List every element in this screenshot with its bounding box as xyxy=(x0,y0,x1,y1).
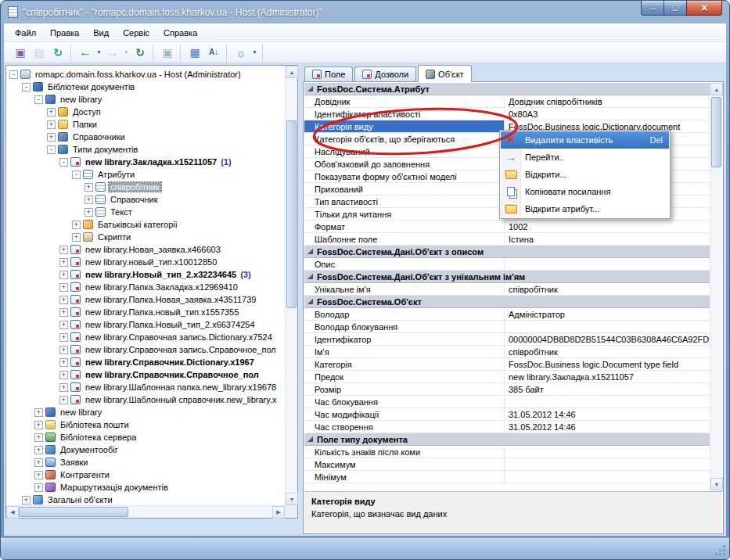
tree-expander[interactable] xyxy=(34,483,43,492)
context-menu-item[interactable]: Відкрити атрибут... xyxy=(501,200,669,217)
tab[interactable]: Об'єкт xyxy=(418,65,472,82)
menu-item[interactable]: Файл xyxy=(8,25,43,41)
property-row[interactable]: Час модифікації 31.05.2012 14:46 xyxy=(304,408,710,421)
tree-expander[interactable] xyxy=(59,258,68,267)
settings-caret-icon[interactable]: ▾ xyxy=(250,44,259,61)
tree-expander[interactable] xyxy=(72,233,81,242)
menu-item[interactable]: Вид xyxy=(86,25,116,41)
tree-item[interactable]: Папки xyxy=(7,118,284,131)
tree-horizontal-scrollbar[interactable]: ◀ ▶ xyxy=(6,505,285,518)
grid-scrollbar-thumb[interactable] xyxy=(711,97,721,167)
forward-icon[interactable]: → xyxy=(103,44,122,61)
tree-item[interactable]: new library.Справочная запись.Справочное… xyxy=(7,343,284,356)
tree-expander[interactable] xyxy=(59,246,68,254)
property-row[interactable]: Ідентифікатор 00000004DB8D8D2B51544C03B6… xyxy=(304,333,710,346)
tree-item[interactable]: Справочник xyxy=(7,193,284,206)
scroll-down-icon[interactable]: ▼ xyxy=(710,478,723,490)
tree-expander[interactable] xyxy=(59,371,68,379)
tree-expander[interactable] xyxy=(85,208,93,217)
close-button[interactable]: × xyxy=(686,1,722,16)
tree-expander[interactable] xyxy=(59,283,68,292)
tree-expander[interactable] xyxy=(34,408,43,417)
tree-expander[interactable] xyxy=(47,133,56,142)
tree-item[interactable]: new library.Шаблонный справочник.new_lib… xyxy=(7,393,284,406)
tree-item[interactable]: new library.Закладка.x15211057 (1) xyxy=(7,156,284,168)
context-menu-item[interactable]: Копіювати посилання xyxy=(501,183,669,200)
property-row[interactable]: Категорія FossDoc.Business logic.Documen… xyxy=(304,358,710,371)
tree-expander[interactable] xyxy=(9,70,18,79)
tree-item[interactable]: Бібліотека сервера xyxy=(7,431,284,443)
tree-expander[interactable] xyxy=(22,496,31,504)
property-row[interactable]: Ідентифікатор властивості 0x80A3 xyxy=(304,108,710,120)
property-row[interactable]: Унікальне ім'я співробітник xyxy=(304,283,710,296)
context-menu-item[interactable]: Видалити властивість Del xyxy=(501,131,669,149)
tree-item[interactable]: romapc.domain.foss.kharkov.ua - Host (Ad… xyxy=(7,68,284,81)
tree-expander[interactable] xyxy=(59,158,68,167)
tree-expander[interactable] xyxy=(47,120,56,129)
scroll-left-icon[interactable]: ◀ xyxy=(6,506,19,519)
tree-hscrollbar-thumb[interactable] xyxy=(19,507,128,517)
property-row[interactable]: Довідник Довідник співробітників xyxy=(304,95,710,108)
tree-item[interactable]: Типи документів xyxy=(7,143,284,156)
tree-expander[interactable] xyxy=(34,433,43,442)
tree-item[interactable]: Доступ xyxy=(7,106,284,118)
tree-expander[interactable] xyxy=(59,333,68,342)
property-row[interactable]: Формат 1002 xyxy=(304,221,710,233)
tree-vertical-scrollbar[interactable]: ▲ ▼ xyxy=(285,66,297,505)
tree-item[interactable]: Бібліотека пошти xyxy=(7,418,284,431)
tree-expander[interactable] xyxy=(34,446,43,454)
menu-item[interactable]: Сервіс xyxy=(116,25,156,41)
property-row[interactable]: Розмір 385 байт xyxy=(304,383,710,396)
tree-expander[interactable] xyxy=(47,108,56,117)
tree-expander[interactable] xyxy=(47,145,56,154)
tree-item[interactable]: Заявки xyxy=(7,456,284,468)
tree-expander[interactable] xyxy=(59,396,68,404)
property-row[interactable]: Максимум xyxy=(304,458,710,471)
sync-icon[interactable]: ↻ xyxy=(49,44,67,61)
titlebar[interactable]: "співробітник" - "romapc.domain.foss.kha… xyxy=(1,1,729,23)
console-window-icon[interactable]: ▣ xyxy=(11,44,30,61)
tree-item[interactable]: Справочники xyxy=(7,131,284,143)
tree-expander[interactable] xyxy=(34,458,43,467)
resize-grip[interactable] xyxy=(716,546,726,556)
property-section-header[interactable]: Поле типу документа xyxy=(304,433,710,446)
sort-az-icon[interactable]: A↓ xyxy=(204,44,223,61)
tree-expander[interactable] xyxy=(22,83,31,92)
maximize-button[interactable]: □ xyxy=(664,1,686,16)
context-menu-item[interactable]: Перейти.. xyxy=(501,149,669,166)
refresh-icon[interactable]: ↻ xyxy=(131,44,149,61)
tree-item[interactable]: new library.Новая_заявка.x466603 xyxy=(7,243,284,256)
tree-item[interactable]: new library xyxy=(7,93,284,106)
tree-item[interactable]: Скрипти xyxy=(7,231,284,243)
minimize-button[interactable]: – xyxy=(641,1,664,16)
tree-item[interactable]: new library.Папка.новый_тип.x1557355 xyxy=(7,306,284,318)
property-row[interactable]: Володар Адміністратор xyxy=(304,308,710,321)
tree-expander[interactable] xyxy=(72,221,81,229)
scroll-down-icon[interactable]: ▼ xyxy=(286,493,298,505)
tree-item[interactable]: new library.Папка.Закладка.x12969410 xyxy=(7,281,284,293)
tab[interactable]: Дозволи xyxy=(354,66,416,81)
tree-expander[interactable] xyxy=(59,271,68,279)
tree-item[interactable]: new library xyxy=(7,406,284,418)
tree-expander[interactable] xyxy=(59,321,68,329)
forward-caret-icon[interactable]: ▾ xyxy=(122,44,131,61)
tree-expander[interactable] xyxy=(59,296,68,304)
tree-expander[interactable] xyxy=(85,183,93,192)
tree-expander[interactable] xyxy=(72,171,81,179)
tree-item[interactable]: Загальні об'єкти xyxy=(7,494,284,504)
property-row[interactable]: Володар блокування xyxy=(304,321,710,333)
tab[interactable]: Поле xyxy=(304,66,353,81)
property-section-header[interactable]: FossDoc.Система.Дані.Об'єкт з унікальним… xyxy=(304,271,710,283)
property-section-header[interactable]: FossDoc.Система.Атрибут xyxy=(304,83,710,95)
copy-icon[interactable]: ▤ xyxy=(30,44,49,61)
tree-expander[interactable] xyxy=(59,308,68,317)
property-section-header[interactable]: FossDoc.Система.Дані.Об'єкт з описом xyxy=(304,246,710,258)
scroll-up-icon[interactable]: ▲ xyxy=(710,83,723,95)
property-row[interactable]: Час блокування xyxy=(304,396,710,408)
property-row[interactable]: Кількість знаків після коми xyxy=(304,446,710,458)
tree-scrollbar-thumb[interactable] xyxy=(286,120,297,308)
property-row[interactable]: Ім'я співробітник xyxy=(304,346,710,358)
tree-item[interactable]: Батьківські категорії xyxy=(7,218,284,231)
property-section-header[interactable]: FossDoc.Система.Об'єкт xyxy=(304,296,710,308)
tree-expander[interactable] xyxy=(34,95,43,104)
